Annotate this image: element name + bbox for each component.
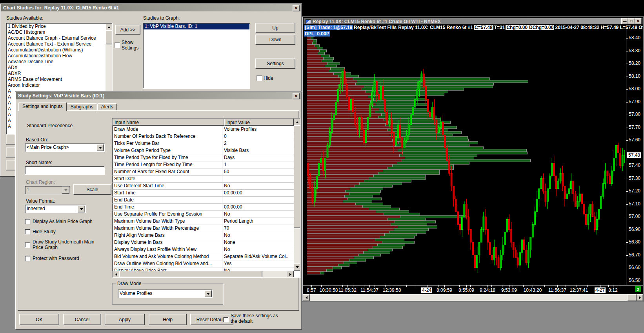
hide-study-checkbox[interactable] xyxy=(25,229,30,234)
table-row[interactable]: Volume Graph Period TypeVisible Bars xyxy=(113,147,294,154)
list-item[interactable]: 1 Divided by Price xyxy=(7,24,106,29)
scale-button[interactable]: Scale xyxy=(73,184,111,195)
table-row[interactable]: Start Time00:00:00 xyxy=(113,190,294,197)
list-item[interactable]: Aroon Indicator xyxy=(7,82,106,88)
minimize-icon[interactable]: — xyxy=(621,18,628,24)
scrollbar-thumb[interactable] xyxy=(106,30,113,44)
table-row[interactable]: Number Of Periods Back To Reference0 xyxy=(113,133,294,140)
study-settings-titlebar[interactable]: Study Settings: VbP Visible Bars (ID:1) xyxy=(16,92,301,99)
table-row[interactable]: Draw Outline When Coloring Bid Volume an… xyxy=(113,260,294,267)
short-name-input[interactable] xyxy=(25,166,105,175)
table-row[interactable]: Ticks Per Volume Bar2 xyxy=(113,140,294,147)
studies-to-graph-list[interactable]: 1: VbP Visible Bars. ID: 1 xyxy=(143,23,250,89)
ok-button[interactable]: OK xyxy=(19,314,59,325)
scroll-right-icon[interactable] xyxy=(636,294,643,301)
renko-up-bar xyxy=(519,252,521,265)
save-settings-checkbox[interactable] xyxy=(223,317,229,322)
list-item[interactable]: Accumulation/Distribution (Williams) xyxy=(7,47,106,53)
close-icon[interactable]: ✕ xyxy=(635,18,642,24)
time-tick-label: 11:54:37 xyxy=(360,287,378,293)
table-row[interactable]: Use Separate Profile For Evening Session… xyxy=(113,211,294,218)
up-button[interactable]: Up xyxy=(255,23,295,33)
volume-profile-ask-bar xyxy=(393,131,462,134)
renko-up-bar xyxy=(504,232,506,245)
list-item[interactable]: Advance Decline Line xyxy=(7,59,106,65)
show-settings-checkbox[interactable] xyxy=(115,42,120,48)
apply-button[interactable]: Apply xyxy=(105,314,145,325)
display-as-main-price-graph-checkbox[interactable] xyxy=(25,219,30,224)
scroll-up-icon[interactable] xyxy=(294,119,300,126)
protect-with-password-checkbox[interactable] xyxy=(25,256,30,261)
scrollbar-thumb[interactable] xyxy=(119,271,262,278)
scroll-left-icon[interactable] xyxy=(303,294,310,301)
chart-studies-titlebar[interactable]: Chart Studies for: Replay 11.0X: CLM15 R… xyxy=(1,4,301,11)
volume-profile-bid-bar xyxy=(307,141,399,144)
settings-button[interactable]: Settings xyxy=(255,59,295,69)
price-axis[interactable]: 58.4058.3058.2058.1058.0057.9057.8057.70… xyxy=(626,25,642,285)
table-row[interactable]: Start Date xyxy=(113,176,294,183)
scroll-left-icon[interactable] xyxy=(113,271,120,278)
list-item[interactable]: ARMS Ease of Movement xyxy=(7,77,106,82)
table-row[interactable]: Bid Volume and Ask Volume Coloring Metho… xyxy=(113,253,294,260)
table-row[interactable]: End Date xyxy=(113,197,294,204)
table-row[interactable]: Display Volume in BarsNone xyxy=(113,239,294,246)
table-row[interactable]: Display Above Price BarsNo xyxy=(113,267,294,271)
down-button[interactable]: Down xyxy=(255,35,295,45)
table-horizontal-scrollbar[interactable] xyxy=(113,271,294,277)
list-item[interactable]: AC/DC Histogram xyxy=(7,29,106,35)
volume-profile-ask-bar xyxy=(313,39,317,42)
chart-horizontal-scrollbar[interactable] xyxy=(303,294,643,301)
scroll-right-icon[interactable] xyxy=(287,271,294,278)
table-row[interactable]: Right Align Volume BarsNo xyxy=(113,232,294,239)
table-row[interactable]: Use Different Start TimeNo xyxy=(113,183,294,190)
chevron-down-icon[interactable] xyxy=(204,290,212,297)
volume-profile-bid-bar xyxy=(307,80,357,82)
scroll-up-icon[interactable] xyxy=(106,24,113,31)
chart-number-badge: 2 xyxy=(635,286,641,292)
renko-up-bar xyxy=(369,104,371,117)
list-item[interactable]: ADX xyxy=(7,65,106,71)
table-row[interactable]: Always Display Last Profile Within ViewN… xyxy=(113,246,294,253)
tab-alerts[interactable]: Alerts xyxy=(97,103,117,111)
close-icon[interactable]: ✕ xyxy=(293,5,300,11)
time-axis[interactable]: 8:5710:30:5811:05:3211:54:3712:39:584-24… xyxy=(303,285,643,294)
renko-volume-profile-plot[interactable] xyxy=(307,25,625,285)
scroll-down-icon[interactable] xyxy=(294,263,300,271)
list-item[interactable]: Accumulation/Distribution Flow xyxy=(7,53,106,59)
scrollbar-thumb[interactable] xyxy=(294,125,300,228)
draw-mode-select[interactable]: Volume Profiles xyxy=(118,289,213,298)
hide-checkbox[interactable] xyxy=(257,75,262,81)
tab-subgraphs[interactable]: Subgraphs xyxy=(67,103,97,111)
value-format-select[interactable]: Inherited xyxy=(25,205,86,213)
help-button[interactable]: Help xyxy=(149,314,187,325)
list-item-selected[interactable]: 1: VbP Visible Bars. ID: 1 xyxy=(144,24,249,29)
list-item[interactable]: Account Balance Text - External Service xyxy=(7,41,106,47)
table-row[interactable]: Maximum Volume Bar Width Percentage70 xyxy=(113,225,294,232)
tab-settings-and-inputs[interactable]: Settings and Inputs xyxy=(18,102,67,111)
maximize-icon[interactable]: □ xyxy=(628,18,635,24)
table-row[interactable]: Number of Bars for Fixed Bar Count50 xyxy=(113,168,294,176)
renko-down-bar xyxy=(470,230,471,243)
chart-plot-area[interactable]: [Sim] Trade: 1@57.19Replay/BkTest FillsR… xyxy=(303,24,643,294)
table-row[interactable]: Draw ModeVolume Profiles xyxy=(113,126,294,133)
close-icon[interactable]: ✕ xyxy=(293,93,300,99)
add-study-button[interactable]: Add >> xyxy=(115,25,140,35)
draw-study-underneath-checkbox[interactable] xyxy=(25,242,30,248)
list-item[interactable]: ADXR xyxy=(7,71,106,77)
table-row[interactable]: Maximum Volume Bar Width TypePeriod Leng… xyxy=(113,218,294,225)
column-header-input-name[interactable]: Input Name xyxy=(113,119,224,126)
table-row[interactable]: Time Period Length for Fixed by Time1 xyxy=(113,161,294,168)
list-item[interactable]: Account Balance Graph - External Service xyxy=(7,35,106,41)
inputs-table[interactable]: Input Name Input Value Draw ModeVolume P… xyxy=(112,118,300,278)
table-row[interactable]: End Time00:00:00 xyxy=(113,204,294,211)
cancel-button[interactable]: Cancel xyxy=(63,314,101,325)
time-tick-label: 10:30:58 xyxy=(320,287,338,293)
chevron-down-icon[interactable] xyxy=(96,144,104,151)
scrollbar-thumb[interactable] xyxy=(627,294,637,301)
renko-up-bar xyxy=(549,176,551,189)
table-row[interactable]: Time Period Type for Fixed by TimeDays xyxy=(113,154,294,161)
table-vertical-scrollbar[interactable] xyxy=(294,119,300,271)
chevron-down-icon[interactable] xyxy=(78,205,85,212)
column-header-input-value[interactable]: Input Value xyxy=(224,119,294,126)
based-on-select[interactable]: <Main Price Graph> xyxy=(25,143,105,152)
